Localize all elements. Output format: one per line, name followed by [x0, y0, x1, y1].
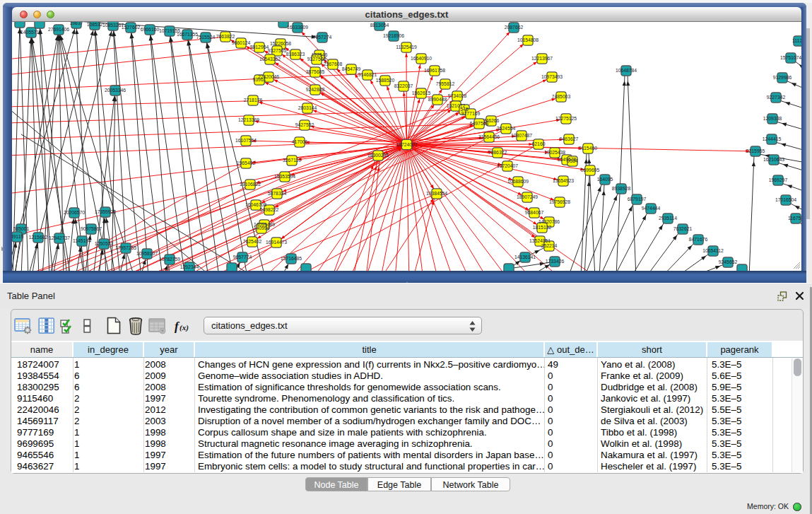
- svg-text:14055712: 14055712: [20, 30, 42, 35]
- svg-text:16033809: 16033809: [287, 25, 308, 30]
- svg-text:1527602: 1527602: [122, 25, 141, 30]
- svg-text:8912954: 8912954: [250, 45, 269, 49]
- svg-text:3624554: 3624554: [497, 126, 516, 131]
- svg-text:746266: 746266: [483, 118, 500, 123]
- svg-text:16210643: 16210643: [763, 157, 784, 162]
- svg-text:19218906: 19218906: [383, 33, 404, 38]
- svg-text:7663822: 7663822: [216, 34, 235, 39]
- svg-text:19384554: 19384554: [426, 191, 447, 196]
- svg-text:93961: 93961: [253, 77, 266, 82]
- svg-text:9657774: 9657774: [233, 255, 252, 259]
- svg-text:9427552: 9427552: [295, 122, 314, 127]
- svg-text:1292344: 1292344: [180, 264, 199, 269]
- svg-text:9777169: 9777169: [461, 111, 481, 116]
- svg-text:10543362: 10543362: [259, 57, 281, 62]
- svg-text:13654923: 13654923: [553, 178, 574, 183]
- svg-text:1733426: 1733426: [546, 259, 565, 264]
- svg-text:12213369: 12213369: [238, 117, 259, 122]
- svg-text:14320786: 14320786: [539, 219, 560, 224]
- svg-text:10958107: 10958107: [136, 251, 158, 256]
- svg-text:17957255: 17957255: [115, 245, 136, 250]
- svg-text:18724007: 18724007: [396, 142, 417, 147]
- svg-text:9327508: 9327508: [307, 57, 326, 62]
- svg-text:27691406: 27691406: [48, 27, 69, 32]
- svg-text:2718176: 2718176: [244, 98, 263, 103]
- svg-text:17359928: 17359928: [95, 209, 116, 214]
- svg-text:11123: 11123: [792, 38, 801, 43]
- svg-text:10025438: 10025438: [544, 150, 565, 155]
- svg-text:8938928: 8938928: [612, 186, 631, 191]
- svg-text:2935114: 2935114: [659, 216, 677, 221]
- svg-text:9474444: 9474444: [642, 206, 661, 211]
- svg-text:1562615: 1562615: [412, 90, 431, 95]
- svg-text:16107554: 16107554: [235, 138, 257, 143]
- svg-text:12213967: 12213967: [531, 56, 553, 61]
- svg-text:8813054: 8813054: [370, 23, 389, 28]
- svg-text:10807487: 10807487: [511, 133, 532, 138]
- svg-text:16046708: 16046708: [245, 202, 266, 207]
- svg-text:417006: 417006: [292, 139, 308, 144]
- svg-text:20053346: 20053346: [105, 88, 126, 93]
- svg-text:8471676: 8471676: [689, 237, 708, 242]
- svg-text:10654112: 10654112: [702, 248, 724, 253]
- svg-text:3875685: 3875685: [306, 69, 325, 74]
- svg-text:7485003: 7485003: [552, 94, 571, 99]
- svg-text:10853267: 10853267: [102, 23, 124, 28]
- svg-text:10782759: 10782759: [159, 257, 180, 262]
- svg-text:5498222: 5498222: [260, 207, 279, 212]
- svg-text:2087662: 2087662: [505, 25, 524, 30]
- svg-text:9129986: 9129986: [773, 75, 792, 80]
- svg-text:10154808: 10154808: [517, 37, 539, 42]
- svg-text:0699695: 0699695: [581, 168, 600, 173]
- svg-text:15720407: 15720407: [497, 163, 518, 168]
- svg-text:9684067: 9684067: [525, 210, 544, 215]
- svg-text:19106822: 19106822: [240, 182, 261, 187]
- svg-text:21564456: 21564456: [478, 134, 500, 139]
- svg-text:1145194: 1145194: [73, 238, 91, 243]
- svg-text:15353594: 15353594: [274, 174, 295, 179]
- svg-text:1969297: 1969297: [769, 177, 788, 182]
- svg-text:15751074: 15751074: [780, 55, 801, 60]
- svg-text:15226058: 15226058: [270, 41, 291, 46]
- svg-text:3267110: 3267110: [283, 158, 301, 163]
- svg-text:19837: 19837: [70, 22, 83, 25]
- svg-text:8322037: 8322037: [394, 83, 413, 88]
- svg-text:13524851: 13524851: [529, 238, 551, 243]
- svg-text:10973493: 10973493: [541, 74, 563, 79]
- svg-text:1588520: 1588520: [376, 78, 395, 83]
- svg-text:1209338: 1209338: [763, 116, 782, 121]
- svg-text:1215682: 1215682: [29, 235, 48, 240]
- svg-text:9146821: 9146821: [358, 72, 377, 77]
- svg-text:6966160: 6966160: [141, 27, 160, 32]
- svg-text:11325419: 11325419: [396, 45, 417, 49]
- svg-text:(x): (x): [180, 323, 189, 332]
- svg-text:10688609: 10688609: [507, 179, 529, 184]
- svg-text:2803144: 2803144: [298, 105, 317, 110]
- svg-text:164095: 164095: [597, 177, 613, 182]
- svg-text:12275125: 12275125: [555, 116, 577, 121]
- svg-text:1965492: 1965492: [237, 160, 256, 165]
- svg-text:12942737: 12942737: [49, 235, 70, 240]
- svg-text:1244415: 1244415: [763, 136, 782, 141]
- svg-text:8186323: 8186323: [286, 52, 305, 57]
- svg-text:19756928: 19756928: [549, 199, 570, 204]
- svg-text:15716485: 15716485: [281, 256, 302, 261]
- svg-text:90975867: 90975867: [81, 226, 102, 231]
- svg-text:9327505: 9327505: [268, 48, 287, 53]
- svg-text:20206570: 20206570: [64, 210, 85, 215]
- svg-text:9245652: 9245652: [719, 259, 738, 264]
- svg-text:7632621: 7632621: [673, 226, 693, 231]
- svg-text:5878334: 5878334: [268, 191, 287, 196]
- svg-text:16671355: 16671355: [177, 32, 198, 37]
- svg-text:108532: 108532: [87, 22, 103, 27]
- svg-text:16914473: 16914473: [266, 240, 287, 245]
- svg-text:140994: 140994: [254, 226, 270, 230]
- svg-text:7515524: 7515524: [196, 35, 216, 40]
- svg-text:9463627: 9463627: [560, 136, 579, 141]
- svg-text:1250513: 1250513: [95, 241, 114, 246]
- svg-text:9242848: 9242848: [306, 87, 325, 92]
- svg-text:10648784: 10648784: [616, 68, 637, 73]
- svg-text:17016504: 17016504: [775, 197, 796, 202]
- svg-text:9660124: 9660124: [232, 40, 251, 45]
- svg-text:585001: 585001: [13, 226, 30, 231]
